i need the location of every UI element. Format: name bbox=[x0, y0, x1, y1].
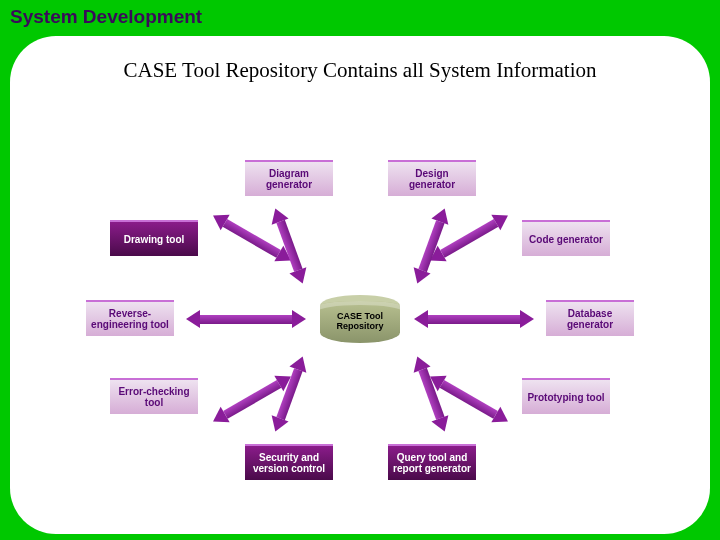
box-label: Diagram generator bbox=[249, 168, 329, 190]
arrow-icon bbox=[414, 310, 534, 328]
box-label: Query tool and report generator bbox=[392, 452, 472, 474]
box-label: Design generator bbox=[392, 168, 472, 190]
case-tool-repository: CASE Tool Repository bbox=[320, 295, 400, 343]
repository-label: CASE Tool Repository bbox=[320, 312, 400, 332]
case-tool-diagram: CASE Tool Repository Diagram generator D… bbox=[10, 110, 710, 530]
diagram-caption: CASE Tool Repository Contains all System… bbox=[0, 58, 720, 83]
box-label: Error-checking tool bbox=[114, 386, 194, 408]
box-security-version-control: Security and version control bbox=[245, 444, 333, 480]
box-reverse-engineering-tool: Reverse-engineering tool bbox=[86, 300, 174, 336]
arrow-icon bbox=[186, 310, 306, 328]
box-code-generator: Code generator bbox=[522, 220, 610, 256]
box-prototyping-tool: Prototyping tool bbox=[522, 378, 610, 414]
box-label: Security and version control bbox=[249, 452, 329, 474]
box-label: Reverse-engineering tool bbox=[90, 308, 170, 330]
box-query-report-generator: Query tool and report generator bbox=[388, 444, 476, 480]
box-label: Database generator bbox=[550, 308, 630, 330]
box-label: Prototyping tool bbox=[527, 392, 604, 403]
box-design-generator: Design generator bbox=[388, 160, 476, 196]
box-database-generator: Database generator bbox=[546, 300, 634, 336]
box-error-checking-tool: Error-checking tool bbox=[110, 378, 198, 414]
page-title: System Development bbox=[10, 6, 202, 28]
box-label: Drawing tool bbox=[124, 234, 185, 245]
box-label: Code generator bbox=[529, 234, 603, 245]
box-drawing-tool: Drawing tool bbox=[110, 220, 198, 256]
box-diagram-generator: Diagram generator bbox=[245, 160, 333, 196]
